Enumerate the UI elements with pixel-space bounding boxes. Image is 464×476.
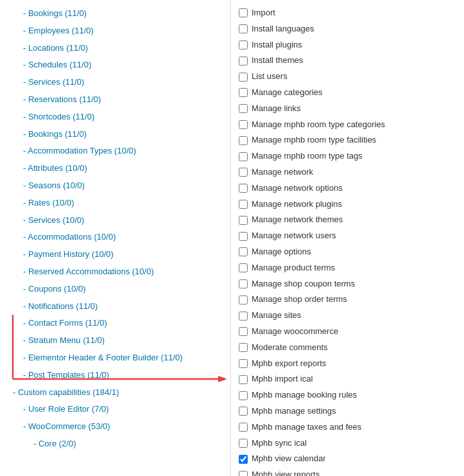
checkbox-label-22[interactable]: Mphb export reports: [252, 357, 326, 371]
right-item-13: Manage network themes: [239, 212, 456, 228]
checkbox-label-27[interactable]: Mphb sync ical: [252, 437, 307, 450]
left-item-24[interactable]: - WooCommerce (53/0): [0, 418, 230, 436]
left-item-7[interactable]: - Bookings (11/0): [0, 126, 230, 143]
checkbox-label-4[interactable]: List users: [252, 70, 288, 84]
checkbox-label-24[interactable]: Mphb manage booking rules: [252, 389, 357, 402]
right-item-27: Mphb sync ical: [239, 436, 456, 452]
left-item-19[interactable]: - Stratum Menu (11/0): [0, 332, 230, 349]
checkbox-label-3[interactable]: Install themes: [252, 54, 303, 67]
checkbox-label-11[interactable]: Manage network options: [252, 182, 343, 195]
checkbox-23[interactable]: [239, 375, 248, 384]
right-item-16: Manage product terms: [239, 260, 456, 276]
checkbox-3[interactable]: [239, 57, 248, 66]
checkbox-label-7[interactable]: Manage mphb room type categories: [252, 118, 385, 132]
checkbox-label-13[interactable]: Manage network themes: [252, 213, 343, 227]
checkbox-19[interactable]: [239, 312, 248, 321]
left-item-13[interactable]: - Accommodations (10/0): [0, 229, 230, 246]
left-item-11[interactable]: - Rates (10/0): [0, 195, 230, 212]
checkbox-label-25[interactable]: Mphb manage settings: [252, 405, 336, 418]
checkbox-20[interactable]: [239, 327, 248, 336]
checkbox-0[interactable]: [239, 8, 248, 17]
checkbox-label-28[interactable]: Mphb view calendar: [252, 452, 326, 466]
checkbox-label-19[interactable]: Manage sites: [252, 309, 301, 322]
left-item-14[interactable]: - Payment History (10/0): [0, 246, 230, 263]
checkbox-11[interactable]: [239, 184, 248, 193]
checkbox-25[interactable]: [239, 407, 248, 416]
left-item-6[interactable]: - Shortcodes (11/0): [0, 109, 230, 126]
left-item-8[interactable]: - Accommodation Types (10/0): [0, 143, 230, 160]
left-item-25[interactable]: - Core (2/0): [0, 436, 230, 453]
main-container: - Bookings (11/0)- Employees (11/0)- Loc…: [0, 0, 464, 476]
checkbox-12[interactable]: [239, 200, 248, 209]
right-item-28: Mphb view calendar: [239, 451, 456, 467]
checkbox-label-29[interactable]: Mphb view reports: [252, 468, 320, 476]
checkbox-label-15[interactable]: Manage options: [252, 245, 311, 259]
left-item-12[interactable]: - Services (10/0): [0, 212, 230, 229]
checkbox-label-17[interactable]: Manage shop coupon terms: [252, 278, 355, 291]
checkbox-label-14[interactable]: Manage network users: [252, 229, 336, 243]
left-item-21[interactable]: - Post Templates (11/0): [0, 367, 230, 384]
checkbox-22[interactable]: [239, 359, 248, 368]
checkbox-label-8[interactable]: Manage mphb room type facilities: [252, 134, 376, 147]
checkbox-9[interactable]: [239, 152, 248, 161]
right-item-29: Mphb view reports: [239, 467, 456, 476]
checkbox-8[interactable]: [239, 136, 248, 145]
checkbox-29[interactable]: [239, 471, 248, 477]
checkbox-2[interactable]: [239, 40, 248, 49]
checkbox-18[interactable]: [239, 295, 248, 304]
left-item-4[interactable]: - Services (11/0): [0, 74, 230, 91]
checkbox-label-23[interactable]: Mphb import ical: [252, 373, 313, 386]
checkbox-4[interactable]: [239, 73, 248, 82]
checkbox-label-18[interactable]: Manage shop order terms: [252, 293, 347, 306]
right-item-14: Manage network users: [239, 228, 456, 244]
checkbox-label-6[interactable]: Manage links: [252, 102, 301, 116]
checkbox-27[interactable]: [239, 439, 248, 448]
checkbox-10[interactable]: [239, 168, 248, 177]
right-item-25: Mphb manage settings: [239, 403, 456, 419]
left-item-3[interactable]: - Schedules (11/0): [0, 57, 230, 74]
checkbox-7[interactable]: [239, 120, 248, 129]
left-item-18[interactable]: - Contact Forms (11/0): [0, 315, 230, 332]
right-item-23: Mphb import ical: [239, 371, 456, 387]
left-item-2[interactable]: - Locations (11/0): [0, 40, 230, 57]
checkbox-label-12[interactable]: Manage network plugins: [252, 198, 342, 211]
left-item-10[interactable]: - Seasons (10/0): [0, 177, 230, 195]
checkbox-label-20[interactable]: Manage woocommerce: [252, 325, 338, 339]
checkbox-28[interactable]: [239, 455, 248, 464]
checkbox-24[interactable]: [239, 391, 248, 400]
left-item-16[interactable]: - Coupons (10/0): [0, 281, 230, 298]
left-item-0[interactable]: - Bookings (11/0): [0, 5, 230, 22]
right-item-19: Manage sites: [239, 308, 456, 324]
checkbox-label-21[interactable]: Moderate comments: [252, 341, 328, 355]
left-item-22[interactable]: - Custom capabilities (184/1): [0, 384, 230, 401]
left-item-9[interactable]: - Attributes (10/0): [0, 160, 230, 177]
left-item-5[interactable]: - Reservations (11/0): [0, 91, 230, 109]
checkbox-26[interactable]: [239, 423, 248, 432]
checkbox-label-5[interactable]: Manage categories: [252, 86, 323, 100]
right-item-7: Manage mphb room type categories: [239, 117, 456, 133]
right-panel: ImportInstall languagesInstall pluginsIn…: [231, 0, 464, 476]
checkbox-21[interactable]: [239, 343, 248, 352]
checkbox-label-10[interactable]: Manage network: [252, 166, 313, 179]
left-item-23[interactable]: - User Role Editor (7/0): [0, 401, 230, 418]
checkbox-label-1[interactable]: Install languages: [252, 22, 314, 36]
right-item-24: Mphb manage booking rules: [239, 387, 456, 403]
checkbox-14[interactable]: [239, 232, 248, 241]
checkbox-5[interactable]: [239, 88, 248, 97]
checkbox-label-9[interactable]: Manage mphb room type tags: [252, 150, 363, 163]
left-item-1[interactable]: - Employees (11/0): [0, 22, 230, 40]
checkbox-17[interactable]: [239, 279, 248, 288]
left-item-17[interactable]: - Notifications (11/0): [0, 298, 230, 315]
checkbox-16[interactable]: [239, 263, 248, 272]
checkbox-label-26[interactable]: Mphb manage taxes and fees: [252, 421, 361, 434]
checkbox-label-0[interactable]: Import: [252, 6, 275, 20]
checkbox-13[interactable]: [239, 216, 248, 225]
checkbox-1[interactable]: [239, 24, 248, 33]
left-item-15[interactable]: - Reserved Accommodations (10/0): [0, 263, 230, 281]
checkbox-6[interactable]: [239, 104, 248, 113]
checkbox-15[interactable]: [239, 247, 248, 256]
checkbox-label-2[interactable]: Install plugins: [252, 39, 302, 52]
checkbox-label-16[interactable]: Manage product terms: [252, 261, 335, 275]
right-item-11: Manage network options: [239, 181, 456, 197]
left-item-20[interactable]: - Elementor Header & Footer Builder (11/…: [0, 349, 230, 367]
